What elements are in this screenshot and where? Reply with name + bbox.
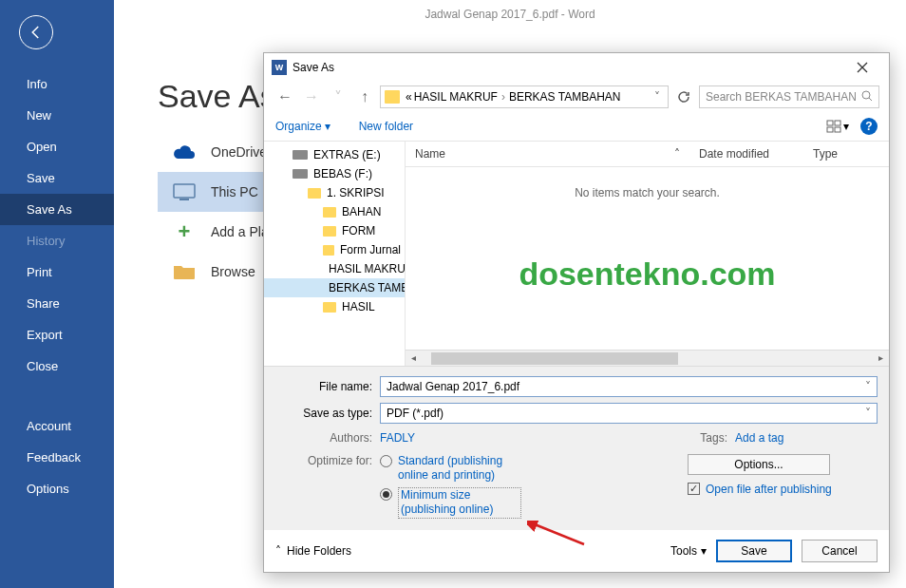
hide-folders-toggle[interactable]: ˄ Hide Folders xyxy=(275,544,351,558)
chevron-down-icon[interactable]: ˅ xyxy=(865,380,871,393)
sidebar-item-share[interactable]: Share xyxy=(0,288,114,319)
svg-point-2 xyxy=(862,91,870,99)
svg-rect-4 xyxy=(835,121,840,125)
location-label: Browse xyxy=(211,264,255,279)
svg-rect-3 xyxy=(827,121,833,125)
filename-input[interactable]: Jadwal Genap 2017_6.pdf˅ xyxy=(380,376,878,397)
tree-item[interactable]: BAHAN xyxy=(264,202,405,221)
savetype-select[interactable]: PDF (*.pdf)˅ xyxy=(380,403,878,424)
fold-icon xyxy=(323,207,336,218)
new-folder-button[interactable]: New folder xyxy=(359,120,413,133)
file-list: Name˄ Date modified Type No items match … xyxy=(405,142,889,366)
sidebar-item-print[interactable]: Print xyxy=(0,256,114,288)
fold-icon xyxy=(323,245,334,256)
sidebar-item-account[interactable]: Account xyxy=(0,410,114,442)
sidebar-item-options[interactable]: Options xyxy=(0,473,114,504)
tags-value[interactable]: Add a tag xyxy=(735,431,878,445)
sidebar-item-export[interactable]: Export xyxy=(0,319,114,351)
svg-rect-1 xyxy=(179,199,189,200)
refresh-button[interactable] xyxy=(672,85,695,108)
location-label: This PC xyxy=(211,184,258,199)
sidebar-item-saveas[interactable]: Save As xyxy=(0,194,114,225)
chevron-down-icon: ▾ xyxy=(325,120,330,133)
checkbox-icon xyxy=(688,483,700,495)
sidebar-item-info[interactable]: Info xyxy=(0,68,114,100)
close-button[interactable] xyxy=(843,54,881,81)
sidebar-item-save[interactable]: Save xyxy=(0,162,114,194)
pc-icon xyxy=(171,181,198,202)
optimize-minimum-radio[interactable]: Minimum size (publishing online) xyxy=(380,487,521,519)
back-button[interactable] xyxy=(19,15,53,49)
savetype-label: Save as type: xyxy=(275,407,380,420)
pdf-options-button[interactable]: Options... xyxy=(688,454,830,475)
watermark: dosentekno.com xyxy=(406,256,889,293)
word-icon: W xyxy=(272,60,287,75)
chevron-down-icon[interactable]: ˅ xyxy=(651,90,664,104)
tree-item[interactable]: FORM xyxy=(264,221,405,240)
column-type[interactable]: Type xyxy=(803,142,889,166)
breadcrumb[interactable]: « HASIL MAKRUF › BERKAS TAMBAHAN ˅ xyxy=(380,85,669,108)
location-label: OneDrive xyxy=(211,144,267,160)
authors-value[interactable]: FADLY xyxy=(380,431,415,445)
nav-back[interactable]: ← xyxy=(274,85,296,108)
fold-icon xyxy=(308,188,321,199)
sidebar-item-feedback[interactable]: Feedback xyxy=(0,442,114,473)
folder-tree[interactable]: EXTRAS (E:)BEBAS (F:)1. SKRIPSIBAHANFORM… xyxy=(264,142,405,366)
column-name[interactable]: Name˄ xyxy=(406,142,689,166)
tree-item[interactable]: BERKAS TAMBAHAN xyxy=(264,278,405,297)
horizontal-scrollbar[interactable]: ◂▸ xyxy=(406,350,889,366)
optimize-standard-radio[interactable]: Standard (publishing online and printing… xyxy=(380,454,521,484)
nav-forward[interactable]: → xyxy=(300,85,323,108)
plus-icon: + xyxy=(171,221,198,242)
folder-icon xyxy=(171,261,198,282)
backstage-sidebar: Info New Open Save Save As History Print… xyxy=(0,0,114,588)
cancel-button[interactable]: Cancel xyxy=(802,540,878,562)
tree-item[interactable]: BEBAS (F:) xyxy=(264,164,405,183)
tree-item[interactable]: Form Jurnal xyxy=(264,240,405,259)
tree-item[interactable]: 1. SKRIPSI xyxy=(264,183,405,202)
sidebar-item-new[interactable]: New xyxy=(0,100,114,131)
search-icon xyxy=(861,90,873,104)
tree-item[interactable]: HASIL MAKRUF xyxy=(264,259,405,278)
drive-icon xyxy=(293,150,308,160)
sidebar-item-history[interactable]: History xyxy=(0,225,114,256)
optimize-label: Optimize for: xyxy=(275,454,380,522)
sidebar-item-open[interactable]: Open xyxy=(0,131,114,162)
fold-icon xyxy=(323,226,336,237)
cloud-icon xyxy=(171,142,198,162)
tags-label: Tags: xyxy=(415,431,735,445)
nav-history[interactable]: ˅ xyxy=(327,85,349,108)
chevron-down-icon[interactable]: ˅ xyxy=(865,407,871,420)
empty-message: No items match your search. xyxy=(406,186,889,199)
open-after-checkbox[interactable]: Open file after publishing xyxy=(688,483,878,496)
authors-label: Authors: xyxy=(275,431,380,445)
window-title: Jadwal Genap 2017_6.pdf - Word xyxy=(114,0,906,30)
chevron-up-icon: ˄ xyxy=(275,544,281,558)
organize-button[interactable]: Organize ▾ xyxy=(275,120,330,133)
folder-icon xyxy=(385,90,400,104)
filename-label: File name: xyxy=(275,380,380,393)
radio-icon xyxy=(380,455,392,467)
tree-item[interactable]: EXTRAS (E:) xyxy=(264,145,405,164)
sidebar-item-close[interactable]: Close xyxy=(0,351,114,382)
svg-rect-6 xyxy=(835,127,840,132)
radio-icon xyxy=(380,488,392,501)
svg-rect-0 xyxy=(174,184,195,198)
tools-button[interactable]: Tools ▾ xyxy=(670,544,707,558)
sort-icon: ˄ xyxy=(674,147,680,161)
dialog-title: Save As xyxy=(293,61,843,74)
help-icon[interactable]: ? xyxy=(860,118,878,135)
column-date[interactable]: Date modified xyxy=(689,142,803,166)
svg-rect-5 xyxy=(827,127,833,132)
save-button[interactable]: Save xyxy=(716,540,792,562)
search-input[interactable]: Search BERKAS TAMBAHAN xyxy=(699,85,879,108)
save-as-dialog: W Save As ← → ˅ ↑ « HASIL MAKRUF › BERKA… xyxy=(263,52,890,573)
nav-up[interactable]: ↑ xyxy=(353,85,376,108)
view-button[interactable]: ▾ xyxy=(826,120,849,133)
fold-icon xyxy=(323,302,336,313)
dialog-titlebar: W Save As xyxy=(264,53,889,82)
drive-icon xyxy=(293,169,308,179)
tree-item[interactable]: HASIL xyxy=(264,297,405,316)
